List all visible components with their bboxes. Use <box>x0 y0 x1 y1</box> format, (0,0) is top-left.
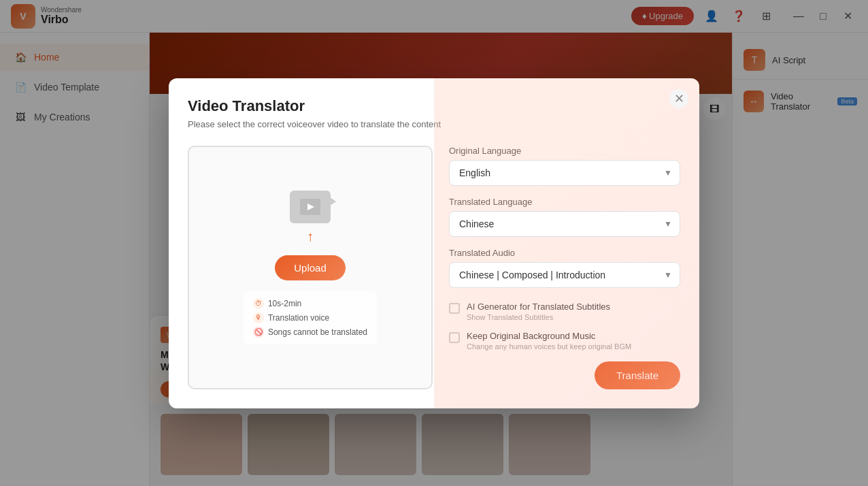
video-translator-dialog: ✕ Video Translator Please select the cor… <box>169 78 699 408</box>
ai-subtitles-label: AI Generator for Translated Subtitles <box>467 302 610 312</box>
note-songs-text: Songs cannot be translated <box>268 327 367 337</box>
ai-subtitles-desc: Show Translated Subtitles <box>467 313 610 321</box>
translated-language-select[interactable]: Chinese English Japanese Spanish French <box>449 211 680 237</box>
dialog-subtitle: Please select the correct voiceover vide… <box>188 119 680 129</box>
upload-note-voice: 🎙 Translation voice <box>253 312 367 323</box>
original-language-select-wrapper: English Chinese Japanese Spanish French … <box>449 160 680 186</box>
modal-overlay[interactable]: ✕ Video Translator Please select the cor… <box>0 0 868 486</box>
bg-music-content: Keep Original Background Music Change an… <box>467 331 631 351</box>
bg-music-desc: Change any human voices but keep origina… <box>467 342 631 351</box>
translated-audio-select[interactable]: Chinese | Composed | Introduction Chines… <box>449 262 680 288</box>
translated-language-select-wrapper: Chinese English Japanese Spanish French … <box>449 211 680 237</box>
ai-subtitles-checkbox[interactable] <box>449 303 460 314</box>
ai-subtitles-content: AI Generator for Translated Subtitles Sh… <box>467 302 610 321</box>
no-songs-icon: 🚫 <box>253 327 264 338</box>
upload-icon-area: ↑ <box>290 191 331 244</box>
dialog-title: Video Translator <box>188 97 680 115</box>
upload-arrow-icon: ↑ <box>307 229 314 244</box>
translate-button[interactable]: Translate <box>595 361 680 389</box>
checkbox-bg-music: Keep Original Background Music Change an… <box>449 331 680 351</box>
original-language-select[interactable]: English Chinese Japanese Spanish French <box>449 160 680 186</box>
video-upload-icon <box>290 191 331 223</box>
translated-language-group: Translated Language Chinese English Japa… <box>449 197 680 237</box>
bg-music-checkbox[interactable] <box>449 332 460 343</box>
app-background: V Wondershare Virbo ♦ Upgrade 👤 ❓ ⊞ — □ … <box>0 0 868 486</box>
translated-audio-select-wrapper: Chinese | Composed | Introduction Chines… <box>449 262 680 288</box>
dialog-body: ↑ Upload ⏱ 10s-2min 🎙 Translation voice <box>188 146 680 389</box>
note-time-text: 10s-2min <box>268 299 301 308</box>
translated-audio-label: Translated Audio <box>449 248 680 258</box>
form-area: Original Language English Chinese Japane… <box>449 146 680 389</box>
note-voice-text: Translation voice <box>268 313 329 323</box>
upload-notes: ⏱ 10s-2min 🎙 Translation voice 🚫 Songs c… <box>244 291 377 344</box>
bg-music-label: Keep Original Background Music <box>467 331 631 341</box>
dialog-close-button[interactable]: ✕ <box>669 89 688 108</box>
voice-icon: 🎙 <box>253 312 264 323</box>
translated-language-label: Translated Language <box>449 197 680 207</box>
upload-area[interactable]: ↑ Upload ⏱ 10s-2min 🎙 Translation voice <box>188 146 433 389</box>
upload-button[interactable]: Upload <box>275 255 346 280</box>
original-language-label: Original Language <box>449 146 680 156</box>
time-icon: ⏱ <box>253 298 264 309</box>
original-language-group: Original Language English Chinese Japane… <box>449 146 680 186</box>
upload-note-no-songs: 🚫 Songs cannot be translated <box>253 327 367 338</box>
translated-audio-group: Translated Audio Chinese | Composed | In… <box>449 248 680 288</box>
checkbox-group: AI Generator for Translated Subtitles Sh… <box>449 302 680 351</box>
upload-note-time: ⏱ 10s-2min <box>253 298 367 309</box>
checkbox-ai-subtitles: AI Generator for Translated Subtitles Sh… <box>449 302 680 321</box>
